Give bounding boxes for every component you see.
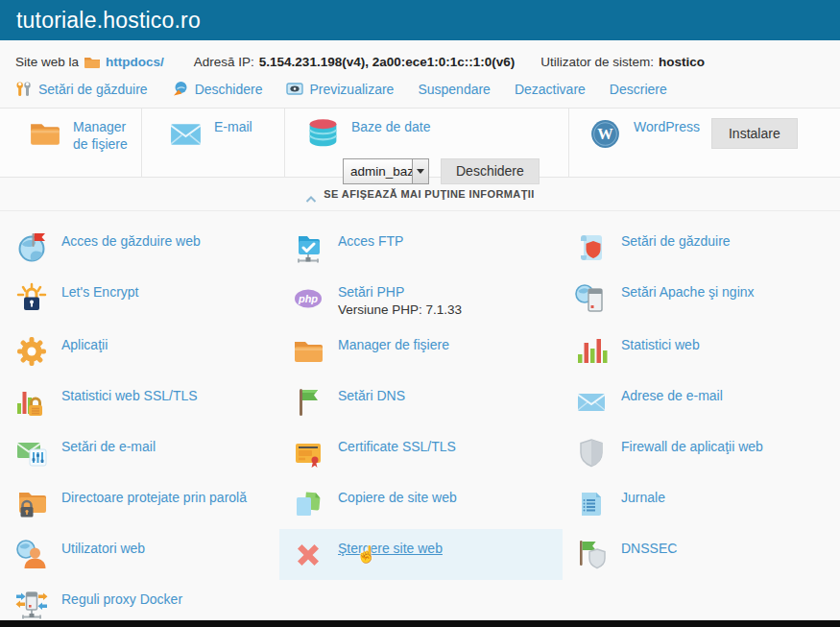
- tool-label[interactable]: Acces FTP: [338, 233, 403, 250]
- quick-file-manager[interactable]: Manager de fişiere: [0, 109, 142, 177]
- ip-label: Adresă IP:: [194, 55, 254, 69]
- quick-email[interactable]: E-mail: [142, 109, 285, 177]
- delete-site-icon[interactable]: [291, 538, 325, 572]
- email-icon[interactable]: [168, 116, 204, 152]
- toolbar-item-descriere[interactable]: Descriere: [610, 82, 667, 97]
- mail-settings-icon[interactable]: [14, 436, 49, 470]
- toolbar-item-dezactivare[interactable]: Dezactivare: [515, 82, 586, 97]
- tool-label[interactable]: Setări DNS: [338, 388, 405, 404]
- tool-certificate-ssl-tls[interactable]: Certificate SSL/TLS: [279, 427, 563, 478]
- hosting-access-icon[interactable]: [14, 230, 49, 265]
- chevron-down-icon[interactable]: [412, 159, 428, 183]
- file-manager-link[interactable]: Manager de fişiere: [73, 118, 136, 153]
- tool-manager-de-fi-iere[interactable]: Manager de fişiere: [279, 326, 563, 376]
- tool-set-ri-php[interactable]: php Setări PHP Versiune PHP: 7.1.33: [279, 273, 563, 326]
- mail-addresses-icon[interactable]: [574, 385, 609, 420]
- quick-wordpress: W WordPress Instalare: [569, 109, 840, 177]
- tool-acces-de-g-zduire-web[interactable]: Acces de găzduire web: [3, 222, 279, 273]
- site-root-label: Site web la: [15, 55, 79, 69]
- tool-acces-ftp[interactable]: Acces FTP: [279, 222, 563, 273]
- tool-adrese-de-e-mail[interactable]: Adrese de e-mail: [563, 376, 840, 427]
- toolbar-item-suspendare[interactable]: Suspendare: [418, 82, 491, 97]
- docker-proxy-icon[interactable]: [14, 589, 49, 623]
- toolbar-item-deschidere[interactable]: Deschidere: [172, 81, 263, 97]
- toolbar-item-label: Setări de găzduire: [38, 82, 148, 97]
- tool-label[interactable]: Setări PHP: [338, 284, 462, 301]
- site-copy-icon[interactable]: [291, 487, 325, 521]
- tool-label[interactable]: Statistici web SSL/TLS: [61, 388, 198, 404]
- tool-label[interactable]: Setări Apache şi nginx: [621, 284, 755, 301]
- svg-text:W: W: [597, 125, 613, 143]
- tool-utilizatori-web[interactable]: Utilizatori web: [3, 529, 279, 580]
- tool-label[interactable]: Jurnale: [621, 490, 665, 506]
- bottom-black-bar: [0, 620, 840, 627]
- tool-set-ri-de-e-mail[interactable]: Setări de e-mail: [3, 427, 279, 478]
- system-user-value: hostico: [659, 55, 705, 69]
- tool-set-ri-dns[interactable]: Setări DNS: [279, 376, 563, 427]
- tool-label[interactable]: Setări de găzduire: [621, 233, 731, 250]
- tool-firewall-de-aplica-ii-web[interactable]: Firewall de aplicaţii web: [563, 427, 840, 478]
- tool-label[interactable]: Adrese de e-mail: [621, 388, 723, 404]
- svg-text:php: php: [298, 293, 318, 304]
- tool-label[interactable]: Ştergere site web: [338, 541, 443, 557]
- php-icon[interactable]: php: [291, 281, 325, 316]
- tool-directoare-protejate-prin-parol[interactable]: Directoare protejate prin parolă: [3, 478, 279, 529]
- dns-flag-icon[interactable]: [291, 385, 325, 420]
- web-stats-icon[interactable]: [574, 334, 609, 369]
- wordpress-link[interactable]: WordPress: [634, 118, 700, 135]
- hosting-settings-icon[interactable]: [574, 230, 609, 265]
- tool-statistici-web-ssl-tls[interactable]: Statistici web SSL/TLS: [3, 376, 279, 427]
- databases-icon[interactable]: [305, 116, 341, 152]
- tool-set-ri-apache-i-nginx[interactable]: Setări Apache şi nginx: [563, 273, 840, 326]
- toolbar-item-set-ri-de-g-zduire[interactable]: Setări de găzduire: [15, 81, 148, 97]
- tool-label[interactable]: Let's Encrypt: [61, 284, 139, 301]
- databases-link[interactable]: Baze de date: [351, 118, 431, 135]
- logs-icon[interactable]: [574, 487, 609, 521]
- tool-label[interactable]: Reguli proxy Docker: [61, 591, 182, 608]
- wordpress-icon[interactable]: W: [588, 116, 623, 152]
- toolbar-item-label: Suspendare: [418, 82, 491, 97]
- site-info-bar: Site web la httpdocs/ Adresă IP: 5.154.2…: [0, 40, 840, 78]
- tool-jurnale[interactable]: Jurnale: [563, 478, 840, 529]
- db-select[interactable]: admin_baza: [343, 158, 429, 184]
- file-manager-icon[interactable]: [27, 116, 62, 152]
- ip-value: 5.154.231.198(v4), 2a00:ece1:0:1c::1:0(v…: [259, 55, 515, 69]
- tool-label[interactable]: Firewall de aplicaţii web: [621, 439, 763, 455]
- tool-label[interactable]: Statistici web: [621, 337, 700, 353]
- protected-dirs-icon[interactable]: [14, 487, 49, 521]
- tool-set-ri-de-g-zduire[interactable]: Setări de găzduire: [563, 222, 840, 273]
- email-link[interactable]: E-mail: [214, 118, 252, 135]
- web-users-icon[interactable]: [14, 538, 49, 572]
- tools-grid: Acces de găzduire web Acces FTP Setări d…: [3, 222, 840, 627]
- ftp-access-icon[interactable]: [291, 230, 325, 265]
- tool-tergere-site-web[interactable]: Ştergere site web ☝: [279, 529, 563, 580]
- tool-label[interactable]: Acces de găzduire web: [61, 233, 201, 250]
- tool-label[interactable]: Certificate SSL/TLS: [338, 439, 456, 455]
- file-manager-folder-icon[interactable]: [291, 334, 325, 369]
- dnssec-icon[interactable]: [574, 538, 609, 572]
- tool-copiere-de-site-web[interactable]: Copiere de site web: [279, 478, 563, 529]
- tool-label[interactable]: DNSSEC: [621, 541, 677, 557]
- waf-shield-icon[interactable]: [574, 436, 609, 470]
- toolbar-item-label: Dezactivare: [515, 82, 586, 97]
- tool-let-s-encrypt[interactable]: Let's Encrypt: [3, 273, 279, 326]
- tool-aplica-ii[interactable]: Aplicaţii: [3, 326, 279, 376]
- tool-label[interactable]: Aplicaţii: [61, 337, 108, 353]
- db-open-button[interactable]: Deschidere: [441, 158, 540, 184]
- ssl-certificate-icon[interactable]: [291, 436, 325, 470]
- web-stats-ssl-icon[interactable]: [14, 385, 49, 420]
- tool-label[interactable]: Directoare protejate prin parolă: [61, 490, 247, 506]
- toolbar-item-previzualizare[interactable]: Previzualizare: [286, 81, 394, 97]
- lets-encrypt-icon[interactable]: [14, 281, 49, 316]
- domain-title-bar: tutoriale.hostico.ro: [0, 0, 840, 40]
- tool-label[interactable]: Utilizatori web: [61, 541, 145, 557]
- tool-label[interactable]: Manager de fişiere: [338, 337, 449, 353]
- apache-nginx-icon[interactable]: [574, 281, 609, 316]
- tool-statistici-web[interactable]: Statistici web: [563, 326, 840, 376]
- tool-label[interactable]: Setări de e-mail: [61, 439, 156, 455]
- tool-label[interactable]: Copiere de site web: [338, 490, 457, 506]
- tool-dnssec[interactable]: DNSSEC: [563, 529, 840, 580]
- wordpress-install-button[interactable]: Instalare: [711, 118, 798, 149]
- httpdocs-link[interactable]: httpdocs/: [106, 55, 164, 69]
- applications-gear-icon[interactable]: [14, 334, 49, 369]
